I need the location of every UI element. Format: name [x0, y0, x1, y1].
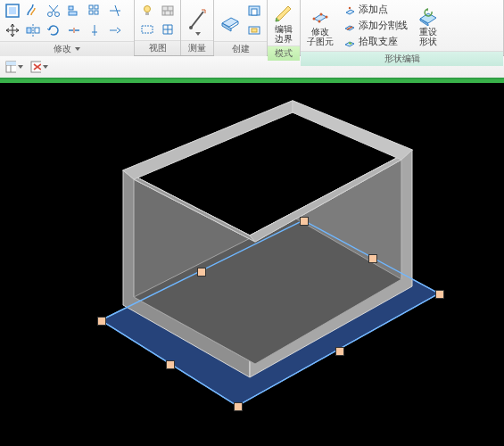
svg-point-31: [349, 6, 351, 8]
chevron-down-icon: [43, 65, 48, 69]
svg-rect-3: [35, 28, 39, 33]
mirror-tool[interactable]: [24, 21, 42, 39]
measure-tool[interactable]: [185, 4, 210, 36]
svg-rect-11: [89, 11, 93, 14]
modify-subelements-label: 修改 子图元: [307, 27, 334, 46]
create-floor-icon[interactable]: [218, 8, 243, 33]
view-hide-icon[interactable]: [138, 21, 156, 38]
svg-rect-8: [69, 12, 77, 15]
panel-mode-label: 模式: [268, 45, 300, 61]
shape-handle[interactable]: [234, 402, 243, 411]
panel-shape: 修改 子图元 添加点 添加分割线 拾取支座 重设 形状: [301, 0, 504, 55]
svg-rect-36: [6, 62, 16, 65]
close-hidden-button[interactable]: [30, 58, 48, 76]
svg-point-13: [145, 6, 151, 12]
panel-modify-label: 修改: [54, 43, 71, 55]
cut-tool[interactable]: [45, 2, 62, 20]
chevron-down-icon[interactable]: [75, 47, 80, 51]
properties-button[interactable]: [5, 58, 23, 76]
svg-rect-20: [142, 26, 153, 33]
reset-shape-label: 重设 形状: [419, 27, 437, 46]
svg-rect-26: [252, 29, 257, 32]
svg-rect-9: [89, 5, 93, 9]
shape-handle[interactable]: [197, 268, 206, 277]
svg-rect-14: [145, 12, 149, 15]
panel-modify: 修改: [0, 0, 135, 55]
create-region-icon[interactable]: [245, 21, 263, 39]
svg-rect-2: [27, 28, 31, 33]
svg-rect-24: [252, 9, 257, 15]
pick-support-button[interactable]: 拾取支座: [342, 34, 400, 49]
view-wall-icon[interactable]: [159, 2, 177, 20]
add-split-label: 添加分割线: [359, 19, 408, 32]
add-point-button[interactable]: 添加点: [342, 2, 390, 17]
svg-point-22: [189, 26, 193, 29]
svg-point-27: [313, 18, 316, 21]
ribbon: 修改 视图 测量: [0, 0, 504, 56]
align-tool[interactable]: [65, 2, 83, 20]
panel-mode: 编辑 边界 模式: [268, 0, 301, 55]
offset-tool[interactable]: [24, 2, 42, 20]
svg-rect-37: [31, 62, 41, 72]
svg-rect-12: [95, 11, 98, 14]
svg-rect-1: [9, 7, 16, 14]
shape-handle[interactable]: [97, 317, 106, 326]
panel-create: 创建: [214, 0, 268, 55]
pick-support-icon: [343, 36, 356, 48]
reset-shape-button[interactable]: 重设 形状: [415, 4, 442, 46]
view-ideas-icon[interactable]: [138, 2, 156, 20]
select-tool[interactable]: [4, 2, 21, 20]
array-tool[interactable]: [86, 2, 103, 20]
svg-point-28: [320, 13, 323, 16]
model-geometry: [0, 83, 504, 446]
split-tool[interactable]: [65, 21, 83, 39]
shape-handle[interactable]: [300, 217, 309, 226]
panel-view: 视图: [135, 0, 181, 55]
add-point-icon: [343, 4, 356, 16]
pick-support-label: 拾取支座: [359, 35, 398, 48]
edit-boundary-label: 编辑 边界: [275, 24, 293, 44]
panel-view-label: 视图: [135, 40, 180, 55]
panel-measure-label: 测量: [181, 40, 213, 55]
panel-create-label: 创建: [214, 41, 267, 56]
pin-tool[interactable]: [86, 21, 103, 39]
svg-line-21: [191, 12, 203, 28]
add-split-line-button[interactable]: 添加分割线: [342, 18, 409, 33]
shape-handle[interactable]: [166, 360, 175, 369]
extend-tool[interactable]: [106, 21, 124, 39]
edit-boundary-button[interactable]: 编辑 边界: [271, 2, 296, 44]
svg-point-5: [48, 12, 53, 17]
shape-handle[interactable]: [368, 254, 377, 263]
svg-point-30: [318, 21, 321, 23]
panel-measure: 测量: [181, 0, 214, 55]
svg-rect-10: [95, 5, 98, 9]
svg-point-6: [55, 12, 60, 17]
svg-marker-51: [293, 101, 412, 160]
rotate-tool[interactable]: [45, 21, 62, 39]
viewport-3d[interactable]: [0, 83, 504, 446]
svg-marker-50: [123, 101, 293, 179]
add-point-label: 添加点: [359, 3, 388, 16]
modify-subelements-button[interactable]: 修改 子图元: [304, 4, 336, 46]
shape-handle[interactable]: [435, 290, 444, 299]
move-tool[interactable]: [4, 21, 21, 39]
add-split-icon: [343, 20, 356, 32]
shape-handle[interactable]: [335, 347, 344, 356]
panel-shape-label: 形状编辑: [301, 51, 503, 66]
view-grid-icon[interactable]: [159, 21, 177, 38]
chevron-down-icon: [195, 32, 201, 36]
svg-rect-7: [69, 6, 73, 10]
create-opening-icon[interactable]: [245, 2, 263, 20]
chevron-down-icon: [18, 65, 23, 69]
svg-point-29: [326, 16, 328, 19]
trim-tool[interactable]: [106, 2, 124, 20]
